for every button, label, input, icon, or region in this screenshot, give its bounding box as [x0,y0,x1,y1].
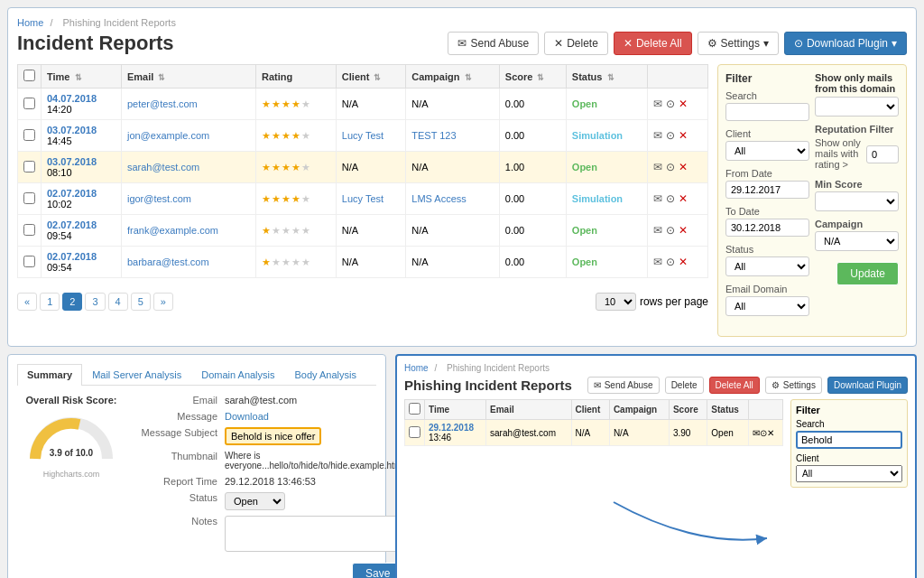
tab-body[interactable]: Body Analysis [285,364,366,385]
row-checkbox[interactable] [23,98,35,109]
rows-per-page-label: rows per page [640,295,708,308]
status-select[interactable]: Open Closed [225,492,285,510]
action-envelope-icon[interactable]: ✉ [653,98,662,110]
action-delete-icon[interactable]: ✕ [679,161,688,173]
tab-mail-server[interactable]: Mail Server Analysis [82,364,191,385]
col-score[interactable]: Score ⇅ [499,65,566,89]
settings-button[interactable]: ⚙ Settings ▾ [698,32,779,55]
row-checkbox[interactable] [23,129,35,141]
action-delete-icon[interactable]: ✕ [679,192,688,205]
filter-from-date-input[interactable] [725,181,809,199]
email-value: sarah@test.com [225,395,403,406]
filter-email-domain-select[interactable]: All [725,296,809,316]
phishing-download[interactable]: Download Plugin [827,377,908,394]
campaign-filter-select[interactable]: N/A [815,231,899,251]
action-delete-icon[interactable]: ✕ [679,256,688,268]
row-email: frank@example.com [121,215,255,247]
action-view-icon[interactable]: ⊙ [666,256,675,268]
page-3-button[interactable]: 3 [85,293,105,311]
detail-report-time: Report Time 29.12.2018 13:46:53 [134,476,403,487]
phishing-col-actions [748,400,782,420]
phishing-table-row[interactable]: 29.12.2018 13:46 sarah@test.com N/A N/A … [405,420,783,446]
download-plugin-button[interactable]: ⊙ Download Plugin ▾ [784,32,907,55]
action-view-icon[interactable]: ⊙ [666,192,675,205]
select-all-header[interactable] [18,65,42,89]
notes-textarea[interactable] [225,516,403,552]
select-all-checkbox[interactable] [23,70,35,81]
download-icon: ⊙ [794,37,803,50]
action-view-icon[interactable]: ⊙ [666,98,675,110]
table-row[interactable]: 03.07.2018 08:10 sarah@test.com ★★★★★ N/… [18,152,708,183]
table-row[interactable]: 04.07.2018 14:20 peter@test.com ★★★★★ N/… [18,89,708,120]
action-delete-icon[interactable]: ✕ [679,224,688,237]
page-1-button[interactable]: 1 [40,293,60,311]
phishing-client-select[interactable]: All [796,465,902,482]
row-checkbox[interactable] [23,161,35,172]
next-page-button[interactable]: » [153,293,173,311]
row-score: 0.00 [499,215,566,247]
min-score-select[interactable] [815,191,899,211]
phishing-row-campaign: N/A [609,420,669,446]
action-view-icon[interactable]: ⊙ [666,129,675,142]
action-envelope-icon[interactable]: ✉ [653,129,662,142]
col-time[interactable]: Time ⇅ [42,65,122,89]
phishing-select-all[interactable] [409,403,420,415]
tab-summary[interactable]: Summary [17,364,82,386]
action-delete-icon[interactable]: ✕ [679,98,688,110]
row-checkbox[interactable] [23,256,35,267]
phishing-row-checkbox[interactable] [409,426,420,438]
message-download-link[interactable]: Download [225,411,269,422]
page-2-button[interactable]: 2 [62,293,82,311]
col-email[interactable]: Email ⇅ [121,65,255,89]
col-rating[interactable]: Rating [255,65,336,89]
rows-per-page-control: 10 25 50 rows per page [596,293,708,311]
table-row[interactable]: 02.07.2018 09:54 barbara@test.com ★★★★★ … [18,247,708,278]
table-row[interactable]: 02.07.2018 09:54 frank@example.com ★★★★★… [18,215,708,247]
table-row[interactable]: 03.07.2018 14:45 jon@example.com ★★★★★ L… [18,120,708,152]
action-envelope-icon[interactable]: ✉ [653,161,662,173]
action-view-icon[interactable]: ⊙ [666,161,675,173]
action-view-icon[interactable]: ⊙ [666,224,675,237]
update-button[interactable]: Update [836,262,899,285]
filter-status-select[interactable]: All [725,256,809,276]
phishing-home-link[interactable]: Home [404,363,429,373]
page-4-button[interactable]: 4 [108,293,128,311]
row-checkbox[interactable] [23,192,35,204]
page-5-button[interactable]: 5 [131,293,151,311]
phishing-mini-panel: Home / Phishing Incident Reports Phishin… [395,354,917,578]
phishing-search-input[interactable] [796,431,902,449]
filter-search-input[interactable] [725,103,809,121]
message-label: Message [134,411,225,422]
send-abuse-button[interactable]: ✉ Send Abuse [448,32,539,55]
prev-page-button[interactable]: « [17,293,37,311]
phishing-send-abuse[interactable]: ✉ Send Abuse [587,377,660,394]
col-status[interactable]: Status ⇅ [566,65,647,89]
phishing-col-campaign: Campaign [609,400,669,420]
domain-filter-select[interactable] [815,97,899,117]
filter-email-domain-label: Email Domain [725,284,809,294]
phishing-delete-all[interactable]: Delete All [709,377,760,394]
reputation-value-input[interactable] [866,145,899,163]
delete-all-button[interactable]: ✕ Delete All [614,32,692,55]
filter-client-select[interactable]: All [725,141,809,161]
action-delete-icon[interactable]: ✕ [679,129,688,142]
row-score: 1.00 [499,152,566,183]
phishing-settings[interactable]: ⚙ Settings [765,377,822,394]
filter-to-date-input[interactable] [725,219,809,237]
row-checkbox[interactable] [23,224,35,236]
phishing-delete[interactable]: Delete [665,377,704,394]
row-email: sarah@test.com [121,152,255,183]
table-row[interactable]: 02.07.2018 10:02 igor@test.com ★★★★★ Luc… [18,183,708,215]
action-envelope-icon[interactable]: ✉ [653,224,662,237]
col-campaign[interactable]: Campaign ⇅ [406,65,500,89]
action-envelope-icon[interactable]: ✉ [653,256,662,268]
tab-domain[interactable]: Domain Analysis [191,364,284,385]
pagination: « 1 2 3 4 5 » [17,293,173,311]
breadcrumb-home[interactable]: Home [17,17,43,28]
rows-per-page-select[interactable]: 10 25 50 [596,293,636,311]
delete-button[interactable]: ✕ Delete [544,32,608,55]
summary-tabs: Summary Mail Server Analysis Domain Anal… [17,364,376,386]
action-envelope-icon[interactable]: ✉ [653,192,662,205]
col-client[interactable]: Client ⇅ [336,65,405,89]
toolbar: ✉ Send Abuse ✕ Delete ✕ Delete All ⚙ Set… [448,32,907,55]
